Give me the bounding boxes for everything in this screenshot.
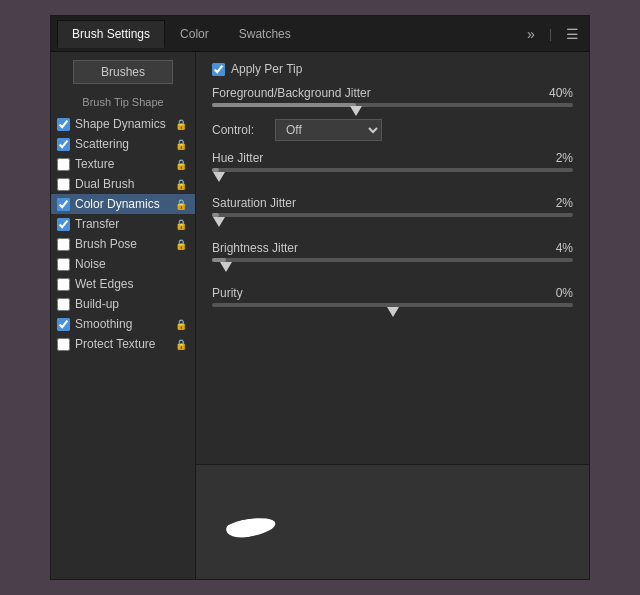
sidebar-item-label: Smoothing	[75, 317, 175, 331]
protect-texture-checkbox[interactable]	[57, 338, 70, 351]
shape-dynamics-checkbox[interactable]	[57, 118, 70, 131]
build-up-checkbox[interactable]	[57, 298, 70, 311]
tab-swatches[interactable]: Swatches	[224, 20, 306, 48]
slider-header: Saturation Jitter 2%	[212, 196, 573, 210]
dual-brush-checkbox[interactable]	[57, 178, 70, 191]
sidebar-item-label: Build-up	[75, 297, 187, 311]
tab-color[interactable]: Color	[165, 20, 224, 48]
slider-header: Foreground/Background Jitter 40%	[212, 86, 573, 100]
sidebar-item-color-dynamics[interactable]: Color Dynamics 🔒	[51, 194, 195, 214]
sidebar-item-label: Noise	[75, 257, 187, 271]
brush-tip-shape-label: Brush Tip Shape	[51, 94, 195, 114]
expand-button[interactable]: »	[523, 24, 539, 44]
slider-header: Hue Jitter 2%	[212, 151, 573, 165]
brush-pose-checkbox[interactable]	[57, 238, 70, 251]
brush-stroke	[225, 510, 283, 541]
sidebar-item-noise[interactable]: Noise	[51, 254, 195, 274]
purity-row: Purity 0%	[212, 286, 573, 319]
sidebar-item-protect-texture[interactable]: Protect Texture 🔒	[51, 334, 195, 354]
menu-button[interactable]: ☰	[562, 24, 583, 44]
sidebar-item-label: Transfer	[75, 217, 175, 231]
sidebar-item-label: Scattering	[75, 137, 175, 151]
apply-per-tip-label: Apply Per Tip	[231, 62, 302, 76]
slider-thumb	[350, 106, 362, 116]
brushes-button[interactable]: Brushes	[73, 60, 173, 84]
noise-checkbox[interactable]	[57, 258, 70, 271]
main-panel: Apply Per Tip Foreground/Background Jitt…	[196, 52, 589, 464]
control-label: Control:	[212, 123, 267, 137]
saturation-jitter-row: Saturation Jitter 2%	[212, 196, 573, 229]
sidebar-item-transfer[interactable]: Transfer 🔒	[51, 214, 195, 234]
texture-checkbox[interactable]	[57, 158, 70, 171]
slider-fill	[212, 103, 356, 107]
smoothing-checkbox[interactable]	[57, 318, 70, 331]
lock-icon: 🔒	[175, 337, 187, 351]
slider-label: Saturation Jitter	[212, 196, 296, 210]
control-select[interactable]: Off Fade Pen Pressure Pen Tilt Stylus Wh…	[275, 119, 382, 141]
brightness-jitter-row: Brightness Jitter 4%	[212, 241, 573, 274]
slider-thumb	[213, 172, 225, 182]
lock-icon: 🔒	[175, 197, 187, 211]
sidebar-item-label: Brush Pose	[75, 237, 175, 251]
scattering-checkbox[interactable]	[57, 138, 70, 151]
lock-icon: 🔒	[175, 217, 187, 231]
lock-icon: 🔒	[175, 317, 187, 331]
lock-icon: 🔒	[175, 237, 187, 251]
sidebar-item-label: Shape Dynamics	[75, 117, 175, 131]
sidebar-item-label: Protect Texture	[75, 337, 175, 351]
brush-settings-panel: Brush Settings Color Swatches » | ☰ Brus…	[50, 15, 590, 580]
lock-icon: 🔒	[175, 157, 187, 171]
slider-track[interactable]	[212, 103, 573, 107]
sidebar: Brushes Brush Tip Shape Shape Dynamics 🔒…	[51, 52, 196, 579]
tab-bar: Brush Settings Color Swatches » | ☰	[51, 16, 589, 52]
sidebar-item-texture[interactable]: Texture 🔒	[51, 154, 195, 174]
slider-header: Brightness Jitter 4%	[212, 241, 573, 255]
tab-divider: |	[549, 27, 552, 41]
slider-label: Foreground/Background Jitter	[212, 86, 371, 100]
slider-value: 4%	[538, 241, 573, 255]
sidebar-item-smoothing[interactable]: Smoothing 🔒	[51, 314, 195, 334]
color-dynamics-checkbox[interactable]	[57, 198, 70, 211]
sidebar-item-dual-brush[interactable]: Dual Brush 🔒	[51, 174, 195, 194]
tab-actions: » | ☰	[523, 24, 583, 44]
slider-thumb	[220, 262, 232, 272]
sidebar-item-build-up[interactable]: Build-up	[51, 294, 195, 314]
sidebar-item-label: Dual Brush	[75, 177, 175, 191]
hue-jitter-row: Hue Jitter 2%	[212, 151, 573, 184]
slider-label: Purity	[212, 286, 243, 300]
slider-label: Hue Jitter	[212, 151, 263, 165]
transfer-checkbox[interactable]	[57, 218, 70, 231]
apply-per-tip-row: Apply Per Tip	[212, 62, 573, 76]
slider-value: 2%	[538, 196, 573, 210]
lock-icon: 🔒	[175, 117, 187, 131]
panel-body: Brushes Brush Tip Shape Shape Dynamics 🔒…	[51, 52, 589, 579]
slider-label: Brightness Jitter	[212, 241, 298, 255]
sidebar-item-label: Color Dynamics	[75, 197, 175, 211]
lock-icon: 🔒	[175, 177, 187, 191]
slider-thumb	[213, 217, 225, 227]
slider-header: Purity 0%	[212, 286, 573, 300]
lock-icon: 🔒	[175, 137, 187, 151]
sidebar-item-brush-pose[interactable]: Brush Pose 🔒	[51, 234, 195, 254]
sidebar-item-label: Wet Edges	[75, 277, 187, 291]
slider-thumb	[387, 307, 399, 317]
sidebar-item-label: Texture	[75, 157, 175, 171]
slider-value: 40%	[538, 86, 573, 100]
sidebar-item-wet-edges[interactable]: Wet Edges	[51, 274, 195, 294]
brush-preview	[196, 464, 589, 579]
sidebar-item-shape-dynamics[interactable]: Shape Dynamics 🔒	[51, 114, 195, 134]
tab-brush-settings[interactable]: Brush Settings	[57, 20, 165, 48]
sidebar-item-scattering[interactable]: Scattering 🔒	[51, 134, 195, 154]
slider-value: 2%	[538, 151, 573, 165]
apply-per-tip-checkbox[interactable]	[212, 63, 225, 76]
fg-bg-jitter-row: Foreground/Background Jitter 40%	[212, 86, 573, 107]
control-row: Control: Off Fade Pen Pressure Pen Tilt …	[212, 119, 573, 141]
slider-value: 0%	[538, 286, 573, 300]
wet-edges-checkbox[interactable]	[57, 278, 70, 291]
